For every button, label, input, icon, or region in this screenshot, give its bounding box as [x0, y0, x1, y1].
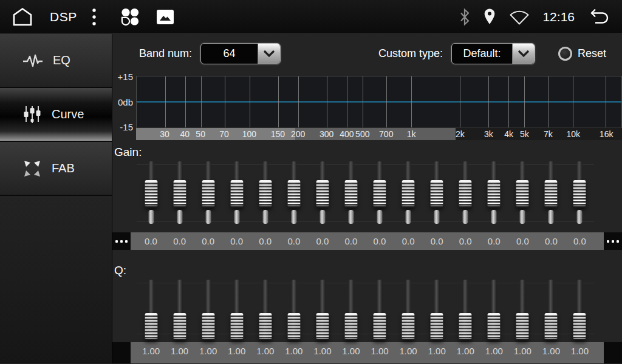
custom-type-select[interactable]: Default: — [451, 43, 535, 64]
slider-knob[interactable] — [431, 313, 443, 340]
gain-band-slider[interactable] — [508, 160, 537, 227]
slider-knob[interactable] — [145, 313, 157, 340]
q-band-value: 1.00 — [451, 342, 480, 363]
q-band-slider[interactable] — [508, 278, 537, 339]
q-band-slider[interactable] — [423, 278, 451, 339]
gain-band-slider[interactable] — [222, 160, 251, 227]
slider-knob[interactable] — [173, 313, 186, 340]
dsp-app-screen: DSP — [0, 0, 622, 364]
q-band-slider[interactable] — [337, 278, 365, 339]
q-band-slider[interactable] — [308, 278, 337, 339]
gain-band-slider[interactable] — [566, 160, 594, 227]
chevron-down-icon[interactable] — [258, 44, 280, 64]
slider-knob[interactable] — [230, 180, 243, 207]
gain-band-slider[interactable] — [394, 160, 423, 227]
q-band-slider[interactable] — [537, 278, 566, 339]
gain-band-value: 0.0 — [366, 232, 394, 250]
q-band-value: 1.00 — [165, 342, 194, 363]
scroll-bands-right-button[interactable] — [604, 342, 622, 363]
sidebar-item-fab[interactable]: FAB — [0, 142, 112, 196]
q-band-value: 1.00 — [423, 342, 451, 363]
slider-knob[interactable] — [573, 313, 586, 340]
page-title: DSP — [50, 10, 77, 24]
q-values: 1.001.001.001.001.001.001.001.001.001.00… — [131, 342, 604, 363]
gain-band-slider[interactable] — [137, 160, 165, 227]
q-band-slider[interactable] — [566, 278, 594, 339]
slider-knob[interactable] — [259, 313, 272, 340]
slider-knob[interactable] — [516, 180, 529, 207]
q-band-slider[interactable] — [251, 278, 279, 339]
sidebar-item-curve[interactable]: Curve — [0, 88, 112, 142]
slider-knob[interactable] — [374, 313, 386, 340]
slider-knob[interactable] — [173, 180, 186, 207]
apps-clover-icon[interactable] — [118, 7, 142, 27]
slider-knob[interactable] — [145, 180, 157, 207]
gain-band-slider[interactable] — [451, 160, 480, 227]
slider-knob[interactable] — [316, 180, 329, 207]
q-band-slider[interactable] — [480, 278, 508, 339]
sidebar-item-eq[interactable]: EQ — [0, 34, 112, 88]
reset-button[interactable]: Reset — [558, 47, 606, 61]
slider-knob[interactable] — [431, 180, 443, 207]
slider-knob[interactable] — [573, 180, 586, 207]
plot-gridline — [225, 76, 225, 127]
slider-knob[interactable] — [230, 313, 243, 340]
slider-track-upper — [463, 280, 468, 317]
scroll-bands-left-button[interactable] — [112, 342, 131, 363]
kebab-menu-icon[interactable] — [92, 7, 97, 27]
q-band-slider[interactable] — [194, 278, 222, 339]
gain-band-slider[interactable] — [423, 160, 451, 227]
gain-band-slider[interactable] — [480, 160, 508, 227]
slider-knob[interactable] — [488, 313, 501, 340]
slider-knob[interactable] — [344, 313, 357, 340]
band-num-select[interactable]: 64 — [200, 43, 281, 64]
q-band-slider[interactable] — [279, 278, 308, 339]
y-axis-labels: +15 0db -15 — [112, 76, 136, 128]
gallery-icon[interactable] — [156, 9, 174, 25]
q-band-value: 1.00 — [366, 342, 394, 363]
slider-knob[interactable] — [344, 180, 357, 207]
slider-knob[interactable] — [202, 180, 214, 207]
slider-knob[interactable] — [202, 313, 214, 340]
slider-knob[interactable] — [402, 313, 415, 340]
slider-knob[interactable] — [545, 313, 558, 340]
slider-knob[interactable] — [545, 180, 558, 207]
q-band-value: 1.00 — [308, 342, 337, 363]
scroll-bands-left-button[interactable] — [112, 232, 131, 250]
gain-band-slider[interactable] — [337, 160, 365, 227]
gain-band-slider[interactable] — [537, 160, 566, 227]
q-band-slider[interactable] — [451, 278, 480, 339]
chevron-down-icon[interactable] — [512, 44, 535, 64]
slider-track-lower — [320, 210, 325, 224]
slider-knob[interactable] — [316, 313, 329, 340]
q-band-slider[interactable] — [394, 278, 423, 339]
slider-knob[interactable] — [402, 180, 415, 207]
back-return-icon[interactable] — [587, 7, 612, 27]
slider-knob[interactable] — [374, 180, 386, 207]
q-band-slider[interactable] — [165, 278, 194, 339]
freq-tick-label: 2k — [456, 129, 465, 139]
q-band-slider[interactable] — [366, 278, 394, 339]
slider-knob[interactable] — [516, 313, 529, 340]
slider-knob[interactable] — [488, 180, 501, 207]
home-icon[interactable] — [10, 6, 35, 28]
gain-band-slider[interactable] — [279, 160, 308, 227]
slider-knob[interactable] — [259, 180, 272, 207]
gain-band-slider[interactable] — [366, 160, 394, 227]
gain-band-slider[interactable] — [308, 160, 337, 227]
gain-band-value: 0.0 — [137, 232, 165, 250]
gain-band-slider[interactable] — [251, 160, 279, 227]
slider-track-lower — [577, 210, 583, 224]
slider-knob[interactable] — [287, 313, 300, 340]
q-band-slider[interactable] — [137, 278, 165, 339]
slider-knob[interactable] — [459, 180, 472, 207]
slider-track-upper — [262, 280, 268, 317]
scroll-bands-right-button[interactable] — [604, 232, 622, 250]
q-band-slider[interactable] — [222, 278, 251, 339]
slider-knob[interactable] — [287, 180, 300, 207]
sidebar-item-label: Curve — [52, 107, 84, 121]
slider-track-lower — [234, 210, 239, 224]
slider-knob[interactable] — [459, 313, 472, 340]
gain-band-slider[interactable] — [194, 160, 222, 227]
gain-band-slider[interactable] — [165, 160, 194, 227]
